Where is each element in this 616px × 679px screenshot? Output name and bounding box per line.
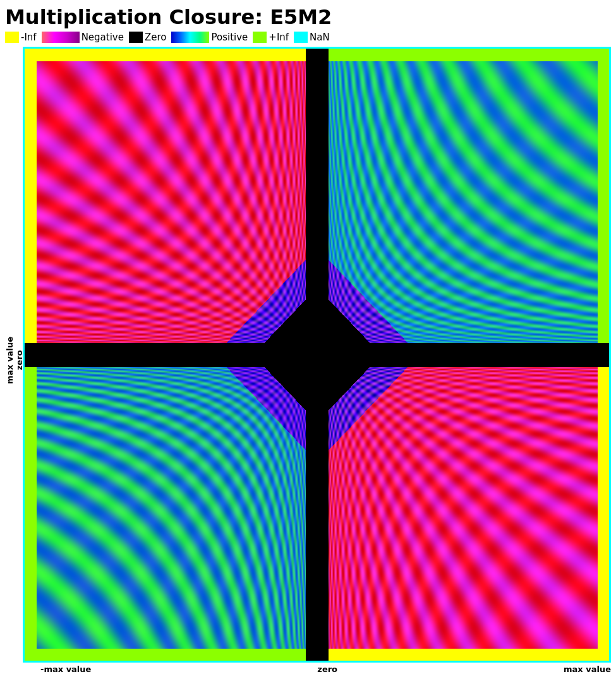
x-axis: -max value zero max value: [23, 664, 611, 674]
legend-item-positive: Positive: [171, 32, 248, 43]
legend: -Inf Negative Zero Positive +Inf NaN: [5, 32, 611, 43]
legend-swatch-zero: [129, 32, 143, 43]
chart-canvas-wrapper: [23, 47, 611, 663]
legend-label-zero: Zero: [145, 32, 167, 43]
x-label-mid: zero: [317, 664, 337, 674]
legend-item-nan: NaN: [294, 32, 330, 43]
legend-item-zero: Zero: [129, 32, 167, 43]
legend-label-negative: Negative: [82, 32, 124, 43]
legend-swatch-posinf: [253, 32, 267, 43]
legend-label-neginf: -Inf: [21, 32, 37, 43]
page-container: Multiplication Closure: E5M2 -Inf Negati…: [0, 0, 616, 679]
legend-swatch-negative: [42, 32, 80, 43]
legend-swatch-nan: [294, 32, 308, 43]
legend-label-nan: NaN: [310, 32, 330, 43]
legend-swatch-positive: [171, 32, 209, 43]
x-label-right: max value: [564, 664, 611, 674]
y-axis: max value zero -max value: [5, 47, 23, 674]
legend-item-posinf: +Inf: [253, 32, 289, 43]
main-chart-canvas: [25, 49, 609, 661]
legend-item-neginf: -Inf: [5, 32, 37, 43]
legend-item-negative: Negative: [42, 32, 124, 43]
y-label-top: max value: [5, 337, 15, 384]
page-title: Multiplication Closure: E5M2: [5, 5, 611, 29]
chart-area: max value zero -max value -max value zer…: [5, 47, 611, 674]
x-label-left: -max value: [40, 664, 91, 674]
legend-swatch-neginf: [5, 32, 19, 43]
legend-label-positive: Positive: [211, 32, 248, 43]
legend-label-posinf: +Inf: [269, 32, 289, 43]
